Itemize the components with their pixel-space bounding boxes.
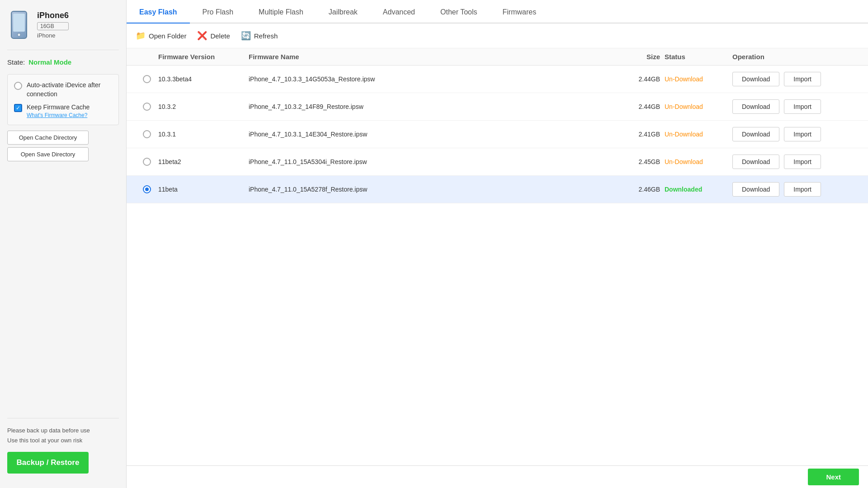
row3-operations: Download Import	[732, 127, 859, 141]
open-save-directory-button[interactable]: Open Save Directory	[7, 147, 89, 161]
delete-label: Delete	[210, 32, 230, 40]
row1-size: 2.44GB	[610, 75, 665, 83]
auto-activate-radio[interactable]	[14, 82, 22, 90]
table-row: 11beta iPhone_4.7_11.0_15A5278f_Restore.…	[127, 176, 868, 203]
row4-status: Un-Download	[665, 158, 732, 165]
row5-size: 2.46GB	[610, 186, 665, 193]
delete-button[interactable]: ❌ Delete	[197, 29, 230, 42]
toolbar: 📁 Open Folder ❌ Delete 🔄 Refresh	[127, 23, 868, 48]
row4-radio-cell[interactable]	[136, 158, 158, 166]
header-name: Firmware Name	[249, 53, 610, 61]
tab-jailbreak[interactable]: Jailbreak	[316, 2, 370, 23]
tab-pro-flash[interactable]: Pro Flash	[190, 2, 246, 23]
delete-icon: ❌	[197, 31, 207, 41]
row3-radio[interactable]	[143, 130, 151, 138]
row1-radio-cell[interactable]	[136, 75, 158, 83]
sidebar: iPhone6 16GB iPhone State: Normal Mode A…	[0, 0, 127, 488]
row2-import-button[interactable]: Import	[784, 99, 821, 114]
firmware-table: 10.3.3beta4 iPhone_4.7_10.3.3_14G5053a_R…	[127, 66, 868, 465]
header-operation: Operation	[732, 53, 859, 61]
row1-name: iPhone_4.7_10.3.3_14G5053a_Restore.ipsw	[249, 75, 610, 83]
device-name: iPhone6	[37, 11, 69, 20]
header-status: Status	[665, 53, 732, 61]
row1-version: 10.3.3beta4	[158, 75, 249, 83]
row1-radio[interactable]	[143, 75, 151, 83]
state-section: State: Normal Mode	[7, 58, 119, 66]
main-content: Easy Flash Pro Flash Multiple Flash Jail…	[127, 0, 868, 488]
row1-operations: Download Import	[732, 72, 859, 86]
row3-status: Un-Download	[665, 131, 732, 138]
state-value: Normal Mode	[28, 58, 71, 66]
row3-name: iPhone_4.7_10.3.1_14E304_Restore.ipsw	[249, 131, 610, 138]
refresh-icon: 🔄	[241, 31, 251, 41]
open-cache-directory-button[interactable]: Open Cache Directory	[7, 131, 89, 145]
bottom-bar: Next	[127, 465, 868, 488]
row4-import-button[interactable]: Import	[784, 155, 821, 169]
row5-operations: Download Import	[732, 182, 859, 197]
row4-name: iPhone_4.7_11.0_15A5304i_Restore.ipsw	[249, 158, 610, 165]
warning-line1: Please back up data before use	[7, 427, 90, 434]
open-folder-button[interactable]: 📁 Open Folder	[136, 29, 186, 42]
table-row: 10.3.1 iPhone_4.7_10.3.1_14E304_Restore.…	[127, 121, 868, 148]
folder-icon: 📁	[136, 31, 146, 41]
state-label: State:	[7, 58, 25, 66]
header-version: Firmware Version	[158, 53, 249, 61]
row5-version: 11beta	[158, 186, 249, 193]
row2-radio-cell[interactable]	[136, 103, 158, 111]
row4-version: 11beta2	[158, 158, 249, 165]
warning-line2: Use this tool at your own risk	[7, 437, 82, 444]
refresh-button[interactable]: 🔄 Refresh	[241, 29, 278, 42]
warning-section: Please back up data before use Use this …	[7, 418, 119, 479]
keep-cache-label: Keep Firmware Cache	[27, 103, 90, 112]
device-info: iPhone6 16GB iPhone	[37, 11, 69, 39]
row1-status: Un-Download	[665, 75, 732, 83]
row5-name: iPhone_4.7_11.0_15A5278f_Restore.ipsw	[249, 186, 610, 193]
table-row: 10.3.3beta4 iPhone_4.7_10.3.3_14G5053a_R…	[127, 66, 868, 93]
row4-size: 2.45GB	[610, 158, 665, 165]
options-section: Auto-activate iDevice after connection K…	[7, 74, 119, 125]
refresh-label: Refresh	[254, 32, 278, 40]
whats-cache-link[interactable]: What's Firmware Cache?	[27, 112, 90, 118]
row3-radio-cell[interactable]	[136, 130, 158, 138]
row2-operations: Download Import	[732, 99, 859, 114]
row4-radio[interactable]	[143, 158, 151, 166]
row5-radio-cell[interactable]	[136, 185, 158, 193]
row5-radio[interactable]	[143, 185, 151, 193]
tab-easy-flash[interactable]: Easy Flash	[127, 2, 190, 23]
row2-radio[interactable]	[143, 103, 151, 111]
tabs-bar: Easy Flash Pro Flash Multiple Flash Jail…	[127, 0, 868, 23]
auto-activate-option[interactable]: Auto-activate iDevice after connection	[14, 81, 112, 99]
header-size: Size	[610, 53, 665, 61]
warning-text: Please back up data before use Use this …	[7, 426, 119, 446]
tab-advanced[interactable]: Advanced	[370, 2, 428, 23]
backup-restore-button[interactable]: Backup / Restore	[7, 452, 89, 474]
next-button[interactable]: Next	[808, 469, 859, 485]
row3-download-button[interactable]: Download	[732, 127, 779, 141]
row5-import-button[interactable]: Import	[784, 182, 821, 197]
row2-name: iPhone_4.7_10.3.2_14F89_Restore.ipsw	[249, 103, 610, 110]
table-header: Firmware Version Firmware Name Size Stat…	[127, 48, 868, 66]
auto-activate-label: Auto-activate iDevice after connection	[27, 81, 112, 99]
row5-status: Downloaded	[665, 186, 732, 193]
open-folder-label: Open Folder	[149, 32, 186, 40]
row3-import-button[interactable]: Import	[784, 127, 821, 141]
tab-firmwares[interactable]: Firmwares	[490, 2, 549, 23]
device-storage: 16GB	[37, 22, 69, 30]
row4-download-button[interactable]: Download	[732, 155, 779, 169]
keep-cache-checkbox[interactable]	[14, 104, 22, 112]
row3-size: 2.41GB	[610, 131, 665, 138]
row2-status: Un-Download	[665, 103, 732, 110]
row2-version: 10.3.2	[158, 103, 249, 110]
tab-multiple-flash[interactable]: Multiple Flash	[246, 2, 316, 23]
device-type: iPhone	[37, 32, 69, 39]
keep-cache-option[interactable]: Keep Firmware Cache What's Firmware Cach…	[14, 103, 112, 118]
row2-size: 2.44GB	[610, 103, 665, 110]
row2-download-button[interactable]: Download	[732, 99, 779, 114]
row1-download-button[interactable]: Download	[732, 72, 779, 86]
tab-other-tools[interactable]: Other Tools	[428, 2, 490, 23]
row4-operations: Download Import	[732, 155, 859, 169]
row5-download-button[interactable]: Download	[732, 182, 779, 197]
table-row: 10.3.2 iPhone_4.7_10.3.2_14F89_Restore.i…	[127, 93, 868, 121]
table-row: 11beta2 iPhone_4.7_11.0_15A5304i_Restore…	[127, 148, 868, 176]
row1-import-button[interactable]: Import	[784, 72, 821, 86]
